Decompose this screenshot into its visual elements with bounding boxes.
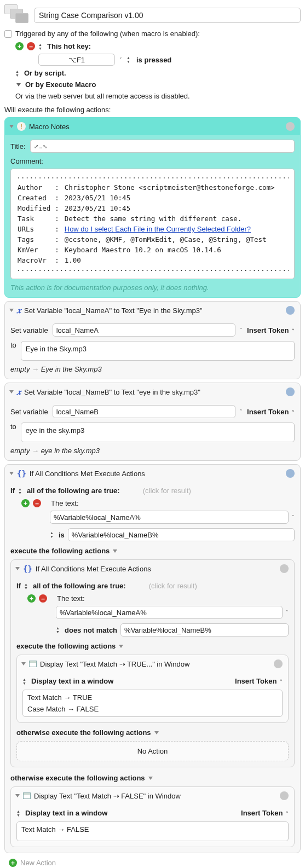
no-action-slot[interactable]: No Action xyxy=(16,741,289,761)
title-expand-glyph: ⤢ ... ⤡ xyxy=(34,143,47,149)
macro-notes-header[interactable]: ! Macro Notes xyxy=(5,118,300,135)
if-any-all-selector[interactable] xyxy=(18,487,24,495)
display-false-gear-icon[interactable] xyxy=(279,790,290,801)
the-text-label: The text: xyxy=(51,499,79,507)
trigger-enabled-row: Triggered by any of the following (when … xyxy=(4,30,301,38)
action-if-outer: {} If All Conditions Met Execute Actions… xyxy=(4,464,301,853)
exec-macro-disclosure[interactable] xyxy=(16,83,21,86)
script-selector[interactable] xyxy=(15,70,21,77)
if-is-value-input[interactable]: %Variable%local_NameB% xyxy=(68,528,295,541)
set-var-a-name-dropdown[interactable]: ˅ xyxy=(240,327,243,333)
display-false-header[interactable]: Display Text "Text Match ⇢ FALSE" in Win… xyxy=(11,787,294,805)
inner-remove-condition-button[interactable] xyxy=(39,594,47,603)
inner-not-match-value-input[interactable]: %Variable%local_NameB% xyxy=(120,623,289,636)
hotkey-mode-selector[interactable] xyxy=(126,56,132,63)
urls-link[interactable]: How do I select Each File in the Current… xyxy=(65,225,251,233)
variable-x-icon: 𝑥 xyxy=(17,387,21,397)
display-true-disclosure[interactable] xyxy=(21,662,26,666)
hotkey-dropdown[interactable]: ˅ xyxy=(119,57,122,62)
if-inner-header[interactable]: {} If All Conditions Met Execute Actions xyxy=(11,560,294,577)
if-inner-all-true: all of the following are true: xyxy=(33,582,126,590)
inner-text-dropdown[interactable]: ˅ xyxy=(286,610,289,615)
display-false-textarea[interactable]: Text Match → FALSE xyxy=(16,821,289,841)
action-set-var-a: 𝑥 Set Variable "local_NameA" to Text "Ey… xyxy=(4,301,301,379)
action-display-true: Display Text "Text Match ⇢ TRUE..." in W… xyxy=(16,655,289,723)
set-var-a-to-label: to xyxy=(10,341,16,349)
hotkey-input[interactable] xyxy=(38,54,115,66)
outer-otherwise-disclosure[interactable] xyxy=(148,777,153,780)
display-false-insert-token[interactable]: Insert Token ˅ xyxy=(241,809,289,817)
insert-token-a[interactable]: Insert Token ˅ xyxy=(247,326,295,334)
if-outer-header[interactable]: {} If All Conditions Met Execute Actions xyxy=(5,465,300,482)
execute-following-disclosure[interactable] xyxy=(113,549,117,553)
set-var-a-value-textarea[interactable]: Eye in the Sky.mp3 xyxy=(21,341,295,361)
trigger-enabled-checkbox[interactable] xyxy=(4,30,12,38)
macro-notes-gear-icon[interactable] xyxy=(285,121,296,132)
if-outer-gear-icon[interactable] xyxy=(285,468,296,479)
set-var-a-gear-icon[interactable] xyxy=(285,305,296,316)
if-inner-click-hint[interactable]: (click for result) xyxy=(149,582,197,590)
set-var-b-name-input[interactable]: local_NameB xyxy=(53,405,235,418)
svg-point-3 xyxy=(289,309,292,312)
if-inner-disclosure[interactable] xyxy=(15,567,20,570)
action-macro-notes: ! Macro Notes Title: ⤢ ... ⤡ Comment: ··… xyxy=(4,117,301,298)
if-text-input[interactable]: %Variable%local_NameA% xyxy=(50,511,289,524)
svg-point-1 xyxy=(289,125,292,128)
display-true-header[interactable]: Display Text "Text Match ⇢ TRUE..." in W… xyxy=(17,655,288,673)
set-var-a-name-input[interactable]: local_NameA xyxy=(53,323,235,337)
notes-comment-label: Comment: xyxy=(10,157,295,165)
display-true-textarea[interactable]: Text Match → TRUE Case Match → FALSE xyxy=(22,690,283,717)
svg-point-7 xyxy=(289,472,292,475)
set-var-a-disclosure[interactable] xyxy=(9,309,14,312)
new-action-add-icon[interactable] xyxy=(9,859,17,867)
add-trigger-button[interactable] xyxy=(15,42,24,50)
remove-trigger-button[interactable] xyxy=(27,42,35,50)
inner-text-input[interactable]: %Variable%local_NameA% xyxy=(56,606,283,619)
display-true-gear-icon[interactable] xyxy=(273,658,284,669)
set-var-b-value-textarea[interactable]: eye in the sky.mp3 xyxy=(21,423,295,442)
macrovr-val: 1.00 xyxy=(65,256,275,265)
macro-title-input[interactable] xyxy=(34,8,301,23)
set-var-a-trail-value: Eye in the Sky.mp3 xyxy=(41,365,102,373)
if-outer-disclosure[interactable] xyxy=(9,472,14,475)
display-false-disclosure[interactable] xyxy=(15,794,20,797)
if-text-dropdown[interactable]: ˅ xyxy=(292,514,295,520)
remove-condition-button[interactable] xyxy=(33,499,41,507)
if-click-hint[interactable]: (click for result) xyxy=(143,487,191,495)
notes-footer-note: This action is for documentation purpose… xyxy=(10,283,295,292)
set-var-b-header[interactable]: 𝑥 Set Variable "local_NameB" to Text "ey… xyxy=(5,383,300,401)
trigger-enabled-label: Triggered by any of the following (when … xyxy=(15,30,200,38)
display-true-line1: Text Match → TRUE xyxy=(27,693,278,702)
display-false-title: Display Text "Text Match ⇢ FALSE" in Win… xyxy=(34,792,181,800)
arrow-icon: → xyxy=(32,447,41,455)
action-set-var-b: 𝑥 Set Variable "local_NameB" to Text "ey… xyxy=(4,383,301,461)
display-false-mode-selector[interactable] xyxy=(16,809,22,817)
modified-key: Modified xyxy=(18,204,54,213)
inner-execute-following-label: execute the following actions xyxy=(16,642,116,650)
braces-icon: {} xyxy=(17,469,26,478)
set-var-b-gear-icon[interactable] xyxy=(285,386,296,397)
display-true-insert-token[interactable]: Insert Token ˅ xyxy=(235,677,283,685)
urls-key: URLs xyxy=(18,224,54,234)
macro-notes-disclosure[interactable] xyxy=(9,125,14,128)
outer-otherwise-label: otherwise execute the following actions xyxy=(10,774,145,782)
notes-title-input[interactable]: ⤢ ... ⤡ xyxy=(30,140,295,153)
set-var-a-header[interactable]: 𝑥 Set Variable "local_NameA" to Text "Ey… xyxy=(5,302,300,319)
notes-comment-textarea[interactable]: ········································… xyxy=(10,169,295,279)
inner-add-condition-button[interactable] xyxy=(27,594,36,603)
if-op-selector[interactable] xyxy=(50,531,55,539)
insert-token-b[interactable]: Insert Token ˅ xyxy=(247,408,295,416)
trigger-type-selector[interactable] xyxy=(38,43,44,50)
add-condition-button[interactable] xyxy=(21,499,30,507)
kmver-key: KmVer xyxy=(18,245,54,254)
inner-op-selector[interactable] xyxy=(56,626,61,634)
tags-key: Tags xyxy=(18,235,54,244)
display-true-mode-selector[interactable] xyxy=(22,678,28,685)
set-var-b-name-dropdown[interactable]: ˅ xyxy=(240,409,243,414)
if-inner-any-all-selector[interactable] xyxy=(24,582,30,590)
new-action-row[interactable]: New Action xyxy=(9,859,301,867)
inner-otherwise-disclosure[interactable] xyxy=(154,731,159,734)
inner-execute-following-disclosure[interactable] xyxy=(119,645,123,648)
if-inner-gear-icon[interactable] xyxy=(279,563,290,574)
set-var-b-disclosure[interactable] xyxy=(9,390,14,394)
